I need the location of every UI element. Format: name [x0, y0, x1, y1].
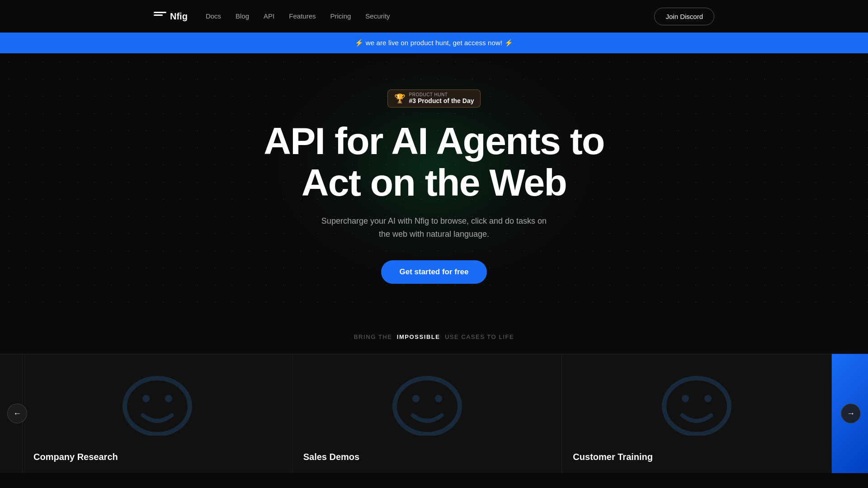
section-label-bold: IMPOSSIBLE — [397, 333, 440, 340]
arrow-left-icon: ← — [13, 409, 21, 418]
svg-point-1 — [142, 395, 150, 402]
card-customer-training: Customer Training — [562, 354, 832, 473]
ph-text: #3 Product of the Day — [409, 97, 474, 104]
section-label: BRING THE IMPOSSIBLE USE CASES TO LIFE — [0, 311, 868, 349]
svg-point-8 — [704, 395, 712, 402]
logo-icon — [154, 12, 166, 21]
logo-text: Nfig — [170, 11, 188, 22]
trophy-icon: 🏆 — [394, 93, 406, 104]
card-title-1: Company Research — [33, 452, 281, 462]
card-footer-2: Sales Demos — [292, 445, 562, 473]
svg-point-2 — [165, 395, 172, 402]
smiley-icon-2 — [391, 372, 463, 436]
arrow-right-icon: → — [847, 409, 855, 418]
prev-card-button[interactable]: ← — [7, 404, 27, 423]
svg-point-5 — [435, 395, 442, 402]
card-title-2: Sales Demos — [303, 452, 551, 462]
smiley-icon-1 — [121, 372, 193, 436]
card-sales-demos: Sales Demos — [292, 354, 562, 473]
nav-link-pricing[interactable]: Pricing — [330, 12, 351, 20]
card-title-3: Customer Training — [573, 452, 821, 462]
banner-text: ⚡ we are live on product hunt, get acces… — [355, 39, 513, 47]
nav-link-features[interactable]: Features — [289, 12, 316, 20]
svg-point-0 — [125, 378, 190, 434]
svg-point-3 — [395, 378, 460, 434]
hero-subtitle: Supercharge your AI with Nfig to browse,… — [321, 215, 547, 241]
nav-link-blog[interactable]: Blog — [236, 12, 249, 20]
nav-link-security[interactable]: Security — [365, 12, 390, 20]
join-discord-button[interactable]: Join Discord — [654, 8, 714, 25]
hero-title: API for AI Agents to Act on the Web — [9, 120, 859, 204]
section-label-prefix: BRING THE — [354, 333, 392, 340]
nav-link-docs[interactable]: Docs — [206, 12, 221, 20]
svg-point-6 — [664, 378, 729, 434]
smiley-icon-3 — [660, 372, 733, 436]
card-footer-1: Company Research — [23, 445, 292, 473]
navbar: Nfig Docs Blog API Features Pricing Secu… — [0, 0, 868, 33]
cards-area: ← Company Research Sales D — [0, 354, 868, 473]
nav-links: Docs Blog API Features Pricing Security — [206, 12, 390, 20]
card-footer-3: Customer Training — [562, 445, 831, 473]
card-visual-1 — [23, 354, 292, 445]
section-label-suffix: USE CASES TO LIFE — [445, 333, 514, 340]
next-card-button[interactable]: → — [841, 404, 861, 423]
card-visual-2 — [292, 354, 562, 445]
svg-point-4 — [412, 395, 420, 402]
svg-point-7 — [682, 395, 689, 402]
logo[interactable]: Nfig — [154, 11, 188, 22]
nav-link-api[interactable]: API — [264, 12, 274, 20]
hero-section: 🏆 PRODUCT HUNT #3 Product of the Day API… — [0, 53, 868, 311]
card-company-research: Company Research — [23, 354, 292, 473]
announcement-banner: ⚡ we are live on product hunt, get acces… — [0, 33, 868, 53]
get-started-button[interactable]: Get started for free — [381, 260, 486, 284]
ph-label: PRODUCT HUNT — [409, 93, 448, 97]
card-visual-3 — [562, 354, 831, 445]
product-hunt-badge: 🏆 PRODUCT HUNT #3 Product of the Day — [387, 89, 481, 108]
